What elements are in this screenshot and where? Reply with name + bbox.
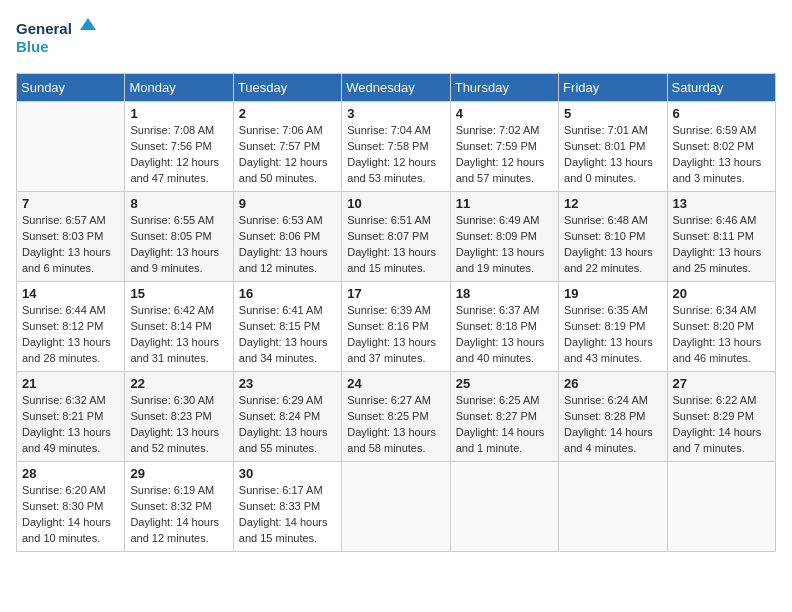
day-number: 24 — [347, 376, 444, 391]
day-number: 1 — [130, 106, 227, 121]
day-info: Sunrise: 6:22 AMSunset: 8:29 PMDaylight:… — [673, 393, 770, 457]
day-number: 23 — [239, 376, 336, 391]
calendar-cell: 20Sunrise: 6:34 AMSunset: 8:20 PMDayligh… — [667, 282, 775, 372]
calendar-cell: 30Sunrise: 6:17 AMSunset: 8:33 PMDayligh… — [233, 462, 341, 552]
day-info: Sunrise: 6:44 AMSunset: 8:12 PMDaylight:… — [22, 303, 119, 367]
day-info: Sunrise: 6:34 AMSunset: 8:20 PMDaylight:… — [673, 303, 770, 367]
day-number: 10 — [347, 196, 444, 211]
week-row-4: 21Sunrise: 6:32 AMSunset: 8:21 PMDayligh… — [17, 372, 776, 462]
day-number: 30 — [239, 466, 336, 481]
calendar-cell: 6Sunrise: 6:59 AMSunset: 8:02 PMDaylight… — [667, 102, 775, 192]
calendar-cell — [559, 462, 667, 552]
day-info: Sunrise: 6:17 AMSunset: 8:33 PMDaylight:… — [239, 483, 336, 547]
calendar-cell: 1Sunrise: 7:08 AMSunset: 7:56 PMDaylight… — [125, 102, 233, 192]
calendar-cell: 21Sunrise: 6:32 AMSunset: 8:21 PMDayligh… — [17, 372, 125, 462]
calendar-cell: 9Sunrise: 6:53 AMSunset: 8:06 PMDaylight… — [233, 192, 341, 282]
page-header: General Blue — [16, 16, 776, 61]
day-info: Sunrise: 6:53 AMSunset: 8:06 PMDaylight:… — [239, 213, 336, 277]
day-info: Sunrise: 6:35 AMSunset: 8:19 PMDaylight:… — [564, 303, 661, 367]
calendar-cell: 2Sunrise: 7:06 AMSunset: 7:57 PMDaylight… — [233, 102, 341, 192]
calendar-cell: 17Sunrise: 6:39 AMSunset: 8:16 PMDayligh… — [342, 282, 450, 372]
weekday-header-sunday: Sunday — [17, 74, 125, 102]
svg-text:Blue: Blue — [16, 38, 49, 55]
day-info: Sunrise: 6:32 AMSunset: 8:21 PMDaylight:… — [22, 393, 119, 457]
day-number: 17 — [347, 286, 444, 301]
calendar-cell: 10Sunrise: 6:51 AMSunset: 8:07 PMDayligh… — [342, 192, 450, 282]
day-info: Sunrise: 7:08 AMSunset: 7:56 PMDaylight:… — [130, 123, 227, 187]
day-info: Sunrise: 6:20 AMSunset: 8:30 PMDaylight:… — [22, 483, 119, 547]
svg-marker-2 — [80, 18, 96, 30]
day-number: 26 — [564, 376, 661, 391]
calendar-table: SundayMondayTuesdayWednesdayThursdayFrid… — [16, 73, 776, 552]
day-number: 18 — [456, 286, 553, 301]
day-info: Sunrise: 6:59 AMSunset: 8:02 PMDaylight:… — [673, 123, 770, 187]
day-number: 8 — [130, 196, 227, 211]
day-info: Sunrise: 7:01 AMSunset: 8:01 PMDaylight:… — [564, 123, 661, 187]
weekday-header-row: SundayMondayTuesdayWednesdayThursdayFrid… — [17, 74, 776, 102]
week-row-3: 14Sunrise: 6:44 AMSunset: 8:12 PMDayligh… — [17, 282, 776, 372]
day-info: Sunrise: 6:51 AMSunset: 8:07 PMDaylight:… — [347, 213, 444, 277]
week-row-5: 28Sunrise: 6:20 AMSunset: 8:30 PMDayligh… — [17, 462, 776, 552]
day-info: Sunrise: 7:06 AMSunset: 7:57 PMDaylight:… — [239, 123, 336, 187]
weekday-header-saturday: Saturday — [667, 74, 775, 102]
week-row-1: 1Sunrise: 7:08 AMSunset: 7:56 PMDaylight… — [17, 102, 776, 192]
day-number: 22 — [130, 376, 227, 391]
day-info: Sunrise: 6:37 AMSunset: 8:18 PMDaylight:… — [456, 303, 553, 367]
calendar-cell: 29Sunrise: 6:19 AMSunset: 8:32 PMDayligh… — [125, 462, 233, 552]
calendar-cell: 27Sunrise: 6:22 AMSunset: 8:29 PMDayligh… — [667, 372, 775, 462]
day-info: Sunrise: 6:46 AMSunset: 8:11 PMDaylight:… — [673, 213, 770, 277]
weekday-header-thursday: Thursday — [450, 74, 558, 102]
day-info: Sunrise: 6:55 AMSunset: 8:05 PMDaylight:… — [130, 213, 227, 277]
day-number: 11 — [456, 196, 553, 211]
calendar-cell: 16Sunrise: 6:41 AMSunset: 8:15 PMDayligh… — [233, 282, 341, 372]
day-info: Sunrise: 6:41 AMSunset: 8:15 PMDaylight:… — [239, 303, 336, 367]
day-number: 28 — [22, 466, 119, 481]
day-info: Sunrise: 6:30 AMSunset: 8:23 PMDaylight:… — [130, 393, 227, 457]
day-number: 25 — [456, 376, 553, 391]
day-number: 19 — [564, 286, 661, 301]
logo-svg: General Blue — [16, 16, 96, 61]
calendar-cell — [342, 462, 450, 552]
calendar-cell — [667, 462, 775, 552]
calendar-cell: 5Sunrise: 7:01 AMSunset: 8:01 PMDaylight… — [559, 102, 667, 192]
day-info: Sunrise: 6:19 AMSunset: 8:32 PMDaylight:… — [130, 483, 227, 547]
calendar-cell: 26Sunrise: 6:24 AMSunset: 8:28 PMDayligh… — [559, 372, 667, 462]
calendar-cell: 4Sunrise: 7:02 AMSunset: 7:59 PMDaylight… — [450, 102, 558, 192]
day-number: 3 — [347, 106, 444, 121]
day-info: Sunrise: 7:02 AMSunset: 7:59 PMDaylight:… — [456, 123, 553, 187]
week-row-2: 7Sunrise: 6:57 AMSunset: 8:03 PMDaylight… — [17, 192, 776, 282]
day-number: 4 — [456, 106, 553, 121]
day-number: 9 — [239, 196, 336, 211]
weekday-header-monday: Monday — [125, 74, 233, 102]
calendar-cell: 8Sunrise: 6:55 AMSunset: 8:05 PMDaylight… — [125, 192, 233, 282]
day-number: 6 — [673, 106, 770, 121]
calendar-cell: 24Sunrise: 6:27 AMSunset: 8:25 PMDayligh… — [342, 372, 450, 462]
day-info: Sunrise: 6:27 AMSunset: 8:25 PMDaylight:… — [347, 393, 444, 457]
day-number: 21 — [22, 376, 119, 391]
day-info: Sunrise: 7:04 AMSunset: 7:58 PMDaylight:… — [347, 123, 444, 187]
calendar-cell: 25Sunrise: 6:25 AMSunset: 8:27 PMDayligh… — [450, 372, 558, 462]
calendar-cell: 7Sunrise: 6:57 AMSunset: 8:03 PMDaylight… — [17, 192, 125, 282]
calendar-cell: 13Sunrise: 6:46 AMSunset: 8:11 PMDayligh… — [667, 192, 775, 282]
calendar-cell: 18Sunrise: 6:37 AMSunset: 8:18 PMDayligh… — [450, 282, 558, 372]
calendar-cell: 23Sunrise: 6:29 AMSunset: 8:24 PMDayligh… — [233, 372, 341, 462]
day-info: Sunrise: 6:49 AMSunset: 8:09 PMDaylight:… — [456, 213, 553, 277]
day-info: Sunrise: 6:25 AMSunset: 8:27 PMDaylight:… — [456, 393, 553, 457]
day-number: 27 — [673, 376, 770, 391]
day-info: Sunrise: 6:42 AMSunset: 8:14 PMDaylight:… — [130, 303, 227, 367]
day-number: 7 — [22, 196, 119, 211]
weekday-header-wednesday: Wednesday — [342, 74, 450, 102]
calendar-cell: 28Sunrise: 6:20 AMSunset: 8:30 PMDayligh… — [17, 462, 125, 552]
calendar-cell: 19Sunrise: 6:35 AMSunset: 8:19 PMDayligh… — [559, 282, 667, 372]
calendar-cell: 14Sunrise: 6:44 AMSunset: 8:12 PMDayligh… — [17, 282, 125, 372]
calendar-cell: 22Sunrise: 6:30 AMSunset: 8:23 PMDayligh… — [125, 372, 233, 462]
calendar-cell: 15Sunrise: 6:42 AMSunset: 8:14 PMDayligh… — [125, 282, 233, 372]
day-info: Sunrise: 6:48 AMSunset: 8:10 PMDaylight:… — [564, 213, 661, 277]
calendar-cell: 3Sunrise: 7:04 AMSunset: 7:58 PMDaylight… — [342, 102, 450, 192]
logo: General Blue — [16, 16, 96, 61]
weekday-header-tuesday: Tuesday — [233, 74, 341, 102]
day-number: 5 — [564, 106, 661, 121]
weekday-header-friday: Friday — [559, 74, 667, 102]
day-number: 16 — [239, 286, 336, 301]
day-info: Sunrise: 6:57 AMSunset: 8:03 PMDaylight:… — [22, 213, 119, 277]
